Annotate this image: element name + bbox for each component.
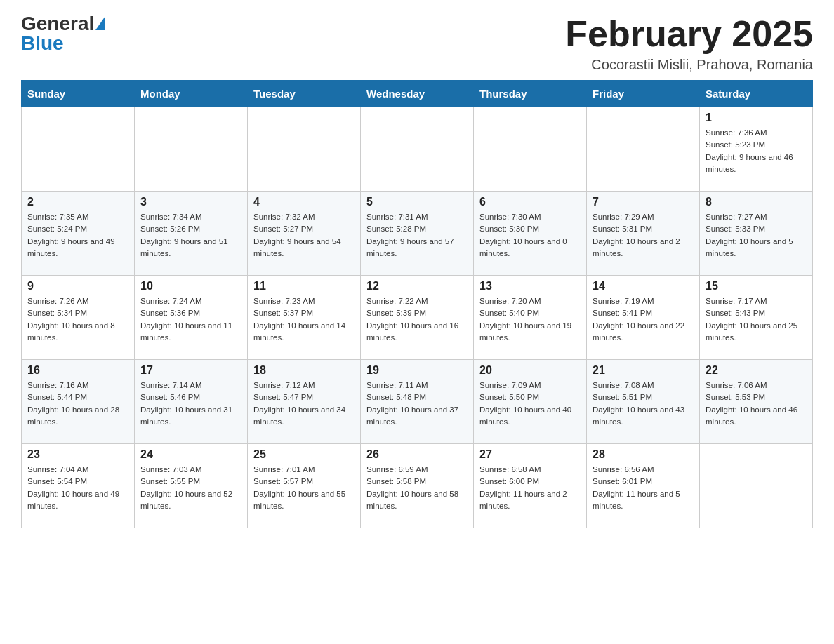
day-number: 7 — [593, 196, 694, 208]
calendar-day-cell: 24Sunrise: 7:03 AM Sunset: 5:55 PM Dayli… — [135, 444, 248, 528]
calendar-day-cell: 10Sunrise: 7:24 AM Sunset: 5:36 PM Dayli… — [135, 276, 248, 360]
day-number: 27 — [479, 448, 581, 461]
day-info: Sunrise: 7:26 AM Sunset: 5:34 PM Dayligh… — [27, 295, 128, 344]
day-info: Sunrise: 7:34 AM Sunset: 5:26 PM Dayligh… — [140, 211, 241, 260]
header-friday: Friday — [587, 81, 700, 107]
calendar-day-cell: 28Sunrise: 6:56 AM Sunset: 6:01 PM Dayli… — [587, 444, 700, 528]
month-title: February 2025 — [565, 14, 813, 54]
calendar-day-cell: 22Sunrise: 7:06 AM Sunset: 5:53 PM Dayli… — [700, 360, 813, 444]
calendar-day-cell: 4Sunrise: 7:32 AM Sunset: 5:27 PM Daylig… — [248, 192, 361, 276]
calendar-day-cell: 9Sunrise: 7:26 AM Sunset: 5:34 PM Daylig… — [22, 276, 135, 360]
calendar-day-cell: 26Sunrise: 6:59 AM Sunset: 5:58 PM Dayli… — [361, 444, 474, 528]
calendar-day-cell: 25Sunrise: 7:01 AM Sunset: 5:57 PM Dayli… — [248, 444, 361, 528]
day-info: Sunrise: 6:56 AM Sunset: 6:01 PM Dayligh… — [593, 464, 694, 512]
day-number: 9 — [27, 280, 128, 293]
calendar-day-cell: 2Sunrise: 7:35 AM Sunset: 5:24 PM Daylig… — [22, 192, 135, 276]
day-number: 20 — [479, 364, 581, 377]
calendar-day-cell: 21Sunrise: 7:08 AM Sunset: 5:51 PM Dayli… — [587, 360, 700, 444]
day-info: Sunrise: 7:03 AM Sunset: 5:55 PM Dayligh… — [140, 464, 241, 512]
day-number: 5 — [366, 196, 468, 208]
day-info: Sunrise: 7:31 AM Sunset: 5:28 PM Dayligh… — [366, 211, 468, 260]
day-info: Sunrise: 7:22 AM Sunset: 5:39 PM Dayligh… — [366, 295, 468, 344]
day-info: Sunrise: 7:04 AM Sunset: 5:54 PM Dayligh… — [27, 464, 128, 512]
calendar-day-cell — [474, 107, 587, 192]
calendar-header-row: SundayMondayTuesdayWednesdayThursdayFrid… — [22, 81, 813, 107]
calendar-title-area: February 2025 Cocorastii Mislii, Prahova… — [565, 14, 813, 73]
day-info: Sunrise: 7:06 AM Sunset: 5:53 PM Dayligh… — [706, 380, 807, 428]
day-info: Sunrise: 7:23 AM Sunset: 5:37 PM Dayligh… — [253, 295, 355, 344]
day-info: Sunrise: 7:08 AM Sunset: 5:51 PM Dayligh… — [593, 380, 694, 428]
day-number: 19 — [366, 364, 468, 377]
header-saturday: Saturday — [700, 81, 813, 107]
day-number: 3 — [140, 196, 241, 208]
day-info: Sunrise: 7:24 AM Sunset: 5:36 PM Dayligh… — [140, 295, 241, 344]
day-number: 22 — [706, 364, 807, 377]
calendar-day-cell: 19Sunrise: 7:11 AM Sunset: 5:48 PM Dayli… — [361, 360, 474, 444]
day-number: 12 — [366, 280, 468, 293]
calendar-day-cell: 16Sunrise: 7:16 AM Sunset: 5:44 PM Dayli… — [22, 360, 135, 444]
calendar-day-cell — [22, 107, 135, 192]
calendar-day-cell: 23Sunrise: 7:04 AM Sunset: 5:54 PM Dayli… — [22, 444, 135, 528]
day-info: Sunrise: 7:20 AM Sunset: 5:40 PM Dayligh… — [479, 295, 581, 344]
day-number: 14 — [593, 280, 694, 293]
day-number: 10 — [140, 280, 241, 293]
day-number: 16 — [27, 364, 128, 377]
calendar-day-cell: 17Sunrise: 7:14 AM Sunset: 5:46 PM Dayli… — [135, 360, 248, 444]
day-number: 6 — [479, 196, 581, 208]
day-info: Sunrise: 7:01 AM Sunset: 5:57 PM Dayligh… — [253, 464, 355, 512]
day-number: 11 — [253, 280, 355, 293]
calendar-day-cell: 1Sunrise: 7:36 AM Sunset: 5:23 PM Daylig… — [700, 107, 813, 192]
logo-triangle-icon — [95, 16, 105, 30]
logo-general-text: General — [21, 14, 94, 34]
day-info: Sunrise: 7:11 AM Sunset: 5:48 PM Dayligh… — [366, 380, 468, 428]
calendar-day-cell: 15Sunrise: 7:17 AM Sunset: 5:43 PM Dayli… — [700, 276, 813, 360]
calendar-day-cell: 18Sunrise: 7:12 AM Sunset: 5:47 PM Dayli… — [248, 360, 361, 444]
day-info: Sunrise: 7:17 AM Sunset: 5:43 PM Dayligh… — [706, 295, 807, 344]
day-number: 25 — [253, 448, 355, 461]
calendar-day-cell: 14Sunrise: 7:19 AM Sunset: 5:41 PM Dayli… — [587, 276, 700, 360]
day-info: Sunrise: 7:19 AM Sunset: 5:41 PM Dayligh… — [593, 295, 694, 344]
location-subtitle: Cocorastii Mislii, Prahova, Romania — [565, 57, 813, 73]
day-number: 17 — [140, 364, 241, 377]
calendar-day-cell — [248, 107, 361, 192]
day-info: Sunrise: 7:14 AM Sunset: 5:46 PM Dayligh… — [140, 380, 241, 428]
calendar-week-row: 2Sunrise: 7:35 AM Sunset: 5:24 PM Daylig… — [22, 192, 813, 276]
calendar-day-cell: 13Sunrise: 7:20 AM Sunset: 5:40 PM Dayli… — [474, 276, 587, 360]
logo-blue-text: Blue — [21, 34, 105, 53]
day-info: Sunrise: 7:16 AM Sunset: 5:44 PM Dayligh… — [27, 380, 128, 428]
calendar-day-cell: 8Sunrise: 7:27 AM Sunset: 5:33 PM Daylig… — [700, 192, 813, 276]
day-number: 15 — [706, 280, 807, 293]
day-info: Sunrise: 7:35 AM Sunset: 5:24 PM Dayligh… — [27, 211, 128, 260]
calendar-day-cell — [587, 107, 700, 192]
day-number: 21 — [593, 364, 694, 377]
calendar-week-row: 9Sunrise: 7:26 AM Sunset: 5:34 PM Daylig… — [22, 276, 813, 360]
calendar-day-cell: 11Sunrise: 7:23 AM Sunset: 5:37 PM Dayli… — [248, 276, 361, 360]
calendar-day-cell — [700, 444, 813, 528]
calendar-day-cell: 6Sunrise: 7:30 AM Sunset: 5:30 PM Daylig… — [474, 192, 587, 276]
day-number: 18 — [253, 364, 355, 377]
day-number: 8 — [706, 196, 807, 208]
day-number: 26 — [366, 448, 468, 461]
day-number: 2 — [27, 196, 128, 208]
calendar-day-cell — [135, 107, 248, 192]
day-number: 23 — [27, 448, 128, 461]
day-info: Sunrise: 7:12 AM Sunset: 5:47 PM Dayligh… — [253, 380, 355, 428]
day-info: Sunrise: 7:29 AM Sunset: 5:31 PM Dayligh… — [593, 211, 694, 260]
day-info: Sunrise: 7:27 AM Sunset: 5:33 PM Dayligh… — [706, 211, 807, 260]
calendar-day-cell — [361, 107, 474, 192]
day-info: Sunrise: 6:58 AM Sunset: 6:00 PM Dayligh… — [479, 464, 581, 512]
header-wednesday: Wednesday — [361, 81, 474, 107]
calendar-week-row: 1Sunrise: 7:36 AM Sunset: 5:23 PM Daylig… — [22, 107, 813, 192]
header-thursday: Thursday — [474, 81, 587, 107]
header-monday: Monday — [135, 81, 248, 107]
logo: General Blue — [21, 14, 105, 53]
calendar-day-cell: 5Sunrise: 7:31 AM Sunset: 5:28 PM Daylig… — [361, 192, 474, 276]
day-info: Sunrise: 7:30 AM Sunset: 5:30 PM Dayligh… — [479, 211, 581, 260]
day-info: Sunrise: 7:09 AM Sunset: 5:50 PM Dayligh… — [479, 380, 581, 428]
calendar-day-cell: 20Sunrise: 7:09 AM Sunset: 5:50 PM Dayli… — [474, 360, 587, 444]
day-number: 28 — [593, 448, 694, 461]
day-number: 24 — [140, 448, 241, 461]
calendar-week-row: 23Sunrise: 7:04 AM Sunset: 5:54 PM Dayli… — [22, 444, 813, 528]
calendar-day-cell: 7Sunrise: 7:29 AM Sunset: 5:31 PM Daylig… — [587, 192, 700, 276]
calendar-day-cell: 12Sunrise: 7:22 AM Sunset: 5:39 PM Dayli… — [361, 276, 474, 360]
